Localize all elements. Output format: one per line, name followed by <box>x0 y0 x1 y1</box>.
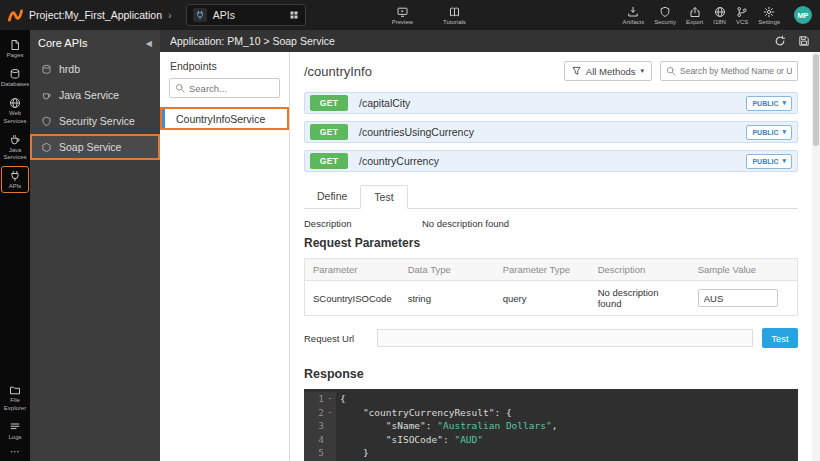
rail-item-java-services[interactable]: Java Services <box>1 130 29 164</box>
line-number: 5 <box>304 446 324 460</box>
tab-test[interactable]: Test <box>360 185 407 209</box>
artifacts-download-icon <box>627 6 639 18</box>
preview-label: Preview <box>392 19 413 25</box>
endpoints-search-input[interactable] <box>189 83 274 94</box>
chevron-down-icon: ▾ <box>782 99 786 107</box>
app-header-bar: Application: PM_10 > Soap Service <box>160 30 820 52</box>
visibility-dropdown[interactable]: PUBLIC ▾ <box>746 154 792 169</box>
refresh-icon[interactable] <box>774 35 786 47</box>
col-sample-value: Sample Value <box>690 259 798 281</box>
code-line: 2- "countryCurrencyResult": { <box>304 406 798 420</box>
shield-icon <box>41 116 52 127</box>
chevron-right-icon: › <box>168 9 172 21</box>
fold-icon[interactable]: - <box>324 406 336 420</box>
table-header-row: Parameter Data Type Parameter Type Descr… <box>305 259 798 281</box>
rail-item-web-services[interactable]: Web Services <box>1 93 29 127</box>
detail-tabs: Define Test <box>304 185 798 209</box>
fold-spacer <box>324 446 336 460</box>
request-parameters-table: Parameter Data Type Parameter Type Descr… <box>304 258 798 316</box>
col-parameter-type: Parameter Type <box>495 259 590 281</box>
tutorials-button[interactable]: Tutorials <box>443 6 466 25</box>
main-content: /countryInfo All Methods ▾ GET /capitalC… <box>290 52 820 461</box>
endpoint-path: /capitalCity <box>359 97 746 109</box>
collapse-panel-icon[interactable]: ◀ <box>146 39 152 48</box>
git-branch-icon <box>736 6 748 18</box>
method-search[interactable] <box>660 61 798 81</box>
endpoint-path: /countriesUsingCurrency <box>359 126 746 138</box>
col-data-type: Data Type <box>400 259 495 281</box>
code-line: 4 "sISOCode": "AUD" <box>304 433 798 447</box>
rail-item-pages[interactable]: Pages <box>1 35 29 62</box>
tab-define[interactable]: Define <box>304 185 360 208</box>
description-row: Description No description found <box>304 218 798 229</box>
gear-icon <box>763 6 775 18</box>
sidebar-item-hrdb[interactable]: hrdb <box>30 56 160 82</box>
grid-icon[interactable] <box>289 10 299 20</box>
cell-parameter-type: query <box>495 281 590 316</box>
settings-button[interactable]: Settings <box>758 6 780 25</box>
artifacts-button[interactable]: Artifacts <box>623 6 645 25</box>
code-text: { <box>336 392 346 406</box>
rail-label: Pages <box>6 52 23 59</box>
vcs-button[interactable]: VCS <box>736 6 748 25</box>
search-icon <box>175 83 185 93</box>
left-icon-rail: Pages Databases Web Services Java Servic… <box>0 30 30 461</box>
fold-icon[interactable]: - <box>324 392 336 406</box>
artifacts-label: Artifacts <box>623 19 645 25</box>
line-number: 1 <box>304 392 324 406</box>
code-line: 5 } <box>304 446 798 460</box>
brand: Project:My_First_Application › <box>8 8 172 23</box>
test-button[interactable]: Test <box>762 328 798 348</box>
endpoint-row[interactable]: GET /capitalCity PUBLIC ▾ <box>304 92 798 114</box>
request-url-row: Request Url Test <box>304 328 798 348</box>
visibility-dropdown[interactable]: PUBLIC ▾ <box>746 125 792 140</box>
sidebar-item-soap-service[interactable]: Soap Service <box>30 134 160 160</box>
preview-button[interactable]: Preview <box>392 6 413 25</box>
fold-spacer <box>324 419 336 433</box>
rail-item-file-explorer[interactable]: File Explorer <box>1 380 29 414</box>
endpoint-row[interactable]: GET /countryCurrency PUBLIC ▾ <box>304 150 798 172</box>
rail-item-databases[interactable]: Databases <box>1 64 29 91</box>
security-button[interactable]: Security <box>654 6 676 25</box>
request-url-input[interactable] <box>377 329 753 347</box>
workspace-selector[interactable]: APIs <box>186 4 306 26</box>
shield-icon <box>659 6 671 18</box>
col-description: Description <box>590 259 690 281</box>
code-line: 3 "sName": "Australian Dollars", <box>304 419 798 433</box>
sidebar-item-label: hrdb <box>59 63 80 75</box>
project-name[interactable]: Project:My_First_Application <box>29 9 162 21</box>
vertical-scrollbar[interactable] <box>812 52 820 461</box>
endpoints-search[interactable] <box>169 78 280 98</box>
main-header: /countryInfo All Methods ▾ <box>304 61 798 81</box>
endpoints-title: Endpoints <box>160 52 289 78</box>
plug-icon <box>9 170 21 182</box>
database-icon <box>41 64 52 75</box>
preview-icon <box>396 6 409 18</box>
code-text: "countryCurrencyResult": { <box>336 406 512 420</box>
i18n-button[interactable]: I18N <box>713 6 726 25</box>
rail-item-logs[interactable]: Logs <box>1 417 29 444</box>
service-item-countryinfoservice[interactable]: CountryInfoService <box>160 107 289 130</box>
more-icon[interactable]: ⋯ <box>10 446 20 458</box>
java-cup-icon <box>9 134 21 146</box>
rail-label: Databases <box>1 81 30 88</box>
line-number: 3 <box>304 419 324 433</box>
sample-value-input[interactable] <box>698 289 778 307</box>
avatar[interactable]: MP <box>794 6 812 24</box>
method-search-input[interactable] <box>680 66 792 76</box>
chevron-down-icon: ▾ <box>640 67 644 75</box>
col-parameter: Parameter <box>305 259 400 281</box>
sidebar-item-label: Security Service <box>59 115 135 127</box>
methods-filter-dropdown[interactable]: All Methods ▾ <box>564 61 652 81</box>
rail-item-apis[interactable]: APIs <box>1 166 29 193</box>
sidebar-item-security-service[interactable]: Security Service <box>30 108 160 134</box>
response-editor[interactable]: 1-{2- "countryCurrencyResult": {3 "sName… <box>304 389 798 461</box>
visibility-dropdown[interactable]: PUBLIC ▾ <box>746 96 792 111</box>
endpoint-row[interactable]: GET /countriesUsingCurrency PUBLIC ▾ <box>304 121 798 143</box>
scrollbar-thumb[interactable] <box>813 54 819 146</box>
save-icon[interactable] <box>798 35 810 47</box>
sidebar-item-java-service[interactable]: Java Service <box>30 82 160 108</box>
rail-label: File Explorer <box>2 397 28 411</box>
export-button[interactable]: Export <box>686 6 703 25</box>
sidebar-item-label: Soap Service <box>59 141 121 153</box>
